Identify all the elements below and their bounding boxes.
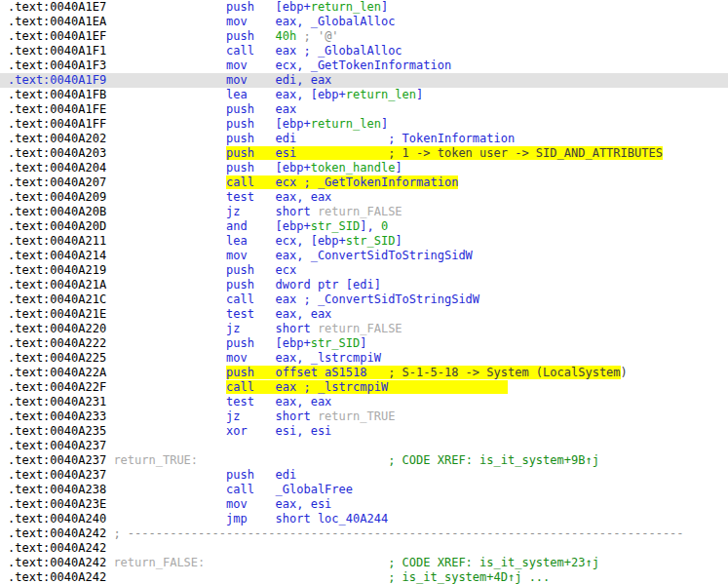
code-text: lea ecx, [ebp+ [226, 234, 346, 248]
address-label: .text:0040A207 [8, 175, 226, 189]
disasm-row[interactable]: .text:0040A1FE push eax [0, 102, 728, 117]
code-text: jz short [226, 322, 318, 335]
address-label: .text:0040A21C [8, 292, 226, 306]
address-label: .text:0040A203 [8, 146, 226, 160]
code-text: mov eax, esi [226, 497, 331, 511]
address-label: .text:0040A225 [8, 351, 226, 365]
disasm-row[interactable]: .text:0040A21E test eax, eax [0, 307, 728, 322]
address-label: .text:0040A1EA [8, 15, 226, 28]
disasm-row[interactable]: .text:0040A209 test eax, eax [0, 190, 728, 205]
disasm-row[interactable]: .text:0040A242 ; -----------------------… [0, 526, 728, 541]
disasm-row[interactable]: .text:0040A21A push dword ptr [edi] [0, 278, 728, 292]
code-text: mov eax, _GlobalAlloc [226, 15, 395, 28]
disasm-row[interactable]: .text:0040A238 call _GlobalFree [0, 483, 728, 497]
disasm-row[interactable]: .text:0040A23E mov eax, esi [0, 497, 728, 512]
disasm-row[interactable]: .text:0040A20D and [ebp+str_SID], 0 [0, 219, 728, 234]
code-text: test eax, eax [226, 307, 331, 321]
code-text: push edi [226, 132, 388, 145]
address-label: .text:0040A1F9 [8, 73, 226, 87]
local-var-name: return_len [311, 0, 381, 14]
address-label: .text:0040A22F [8, 380, 226, 394]
code-text: push [ebp+ [226, 0, 311, 14]
disasm-row[interactable]: .text:0040A1F3 mov ecx, _GetTokenInforma… [0, 58, 728, 73]
disasm-row[interactable]: .text:0040A235 xor esi, esi [0, 424, 728, 439]
address-label: .text:0040A204 [8, 161, 226, 175]
disasm-row[interactable]: .text:0040A222 push [ebp+str_SID] [0, 336, 728, 351]
disasm-row[interactable]: .text:0040A242 return_FALSE: ; CODE XREF… [0, 556, 728, 570]
address-label: .text:0040A242 [8, 556, 113, 569]
address-label: .text:0040A233 [8, 409, 226, 423]
disasm-row[interactable]: .text:0040A1FB lea eax, [ebp+return_len] [0, 88, 728, 102]
code-text: push [ebp+ [226, 336, 311, 350]
disasm-row[interactable]: .text:0040A211 lea ecx, [ebp+str_SID] [0, 234, 728, 249]
code-text: push [ebp+ [226, 161, 311, 175]
disasm-row[interactable]: .text:0040A202 push edi ; TokenInformati… [0, 132, 728, 146]
local-var-name: 40h [276, 29, 297, 43]
code-text: ] [395, 234, 402, 248]
local-var-name: str_SID [311, 219, 361, 233]
address-label: .text:0040A1E7 [8, 0, 226, 14]
code-text: mov eax, _ConvertSidToStringSidW [226, 249, 473, 262]
code-text: push offset aS1518 [226, 366, 388, 379]
address-label: .text:0040A240 [8, 512, 226, 526]
code-text: push dword ptr [edi] [226, 278, 381, 292]
disasm-row[interactable]: .text:0040A242 [0, 541, 728, 556]
address-label [198, 453, 388, 467]
address-label: .text:0040A219 [8, 263, 226, 277]
code-text: call ecx ; _GetTokenInformation [226, 175, 458, 189]
disasm-row[interactable]: .text:0040A214 mov eax, _ConvertSidToStr… [0, 249, 728, 263]
address-label: .text:0040A1FB [8, 88, 226, 101]
local-var-name: token_handle [311, 161, 396, 175]
disasm-row[interactable]: .text:0040A22A push offset aS1518 ; S-1-… [0, 366, 728, 380]
disasm-row[interactable]: .text:0040A237 return_TRUE: ; CODE XREF:… [0, 453, 728, 468]
disasm-row[interactable]: .text:0040A242 ; is_it_system+4D↑j ... [0, 570, 728, 584]
code-text: ] [381, 117, 388, 131]
code-text: ], [360, 219, 381, 233]
code-text: test eax, eax [226, 395, 331, 409]
disasm-row[interactable]: .text:0040A21C call eax ; _ConvertSidToS… [0, 292, 728, 307]
disasm-row[interactable]: .text:0040A1EF push 40h ; '@' [0, 29, 728, 44]
disasm-row[interactable]: .text:0040A22F call eax ; _lstrcmpiW [0, 380, 728, 395]
code-text: push ecx [226, 263, 296, 277]
disasm-row[interactable]: .text:0040A20B jz short return_FALSE [0, 205, 728, 219]
disasm-row[interactable]: .text:0040A1E7 push [ebp+return_len] [0, 0, 728, 15]
comment-text: ; S-1-5-18 -> System (LocalSystem [388, 366, 620, 379]
disasm-row[interactable]: .text:0040A203 push esi ; 1 -> token use… [0, 146, 728, 161]
disasm-row[interactable]: .text:0040A225 mov eax, _lstrcmpiW [0, 351, 728, 366]
disasm-row[interactable]: .text:0040A237 push edi [0, 468, 728, 483]
disasm-row[interactable]: .text:0040A240 jmp short loc_40A244 [0, 512, 728, 526]
disasm-row[interactable]: .text:0040A204 push [ebp+token_handle] [0, 161, 728, 175]
code-text: jmp short loc_40A244 [226, 512, 388, 526]
disasm-row[interactable]: .text:0040A220 jz short return_FALSE [0, 322, 728, 336]
address-label: .text:0040A1F1 [8, 44, 226, 58]
code-text: push [ebp+ [226, 117, 311, 131]
address-label: .text:0040A23E [8, 497, 226, 511]
code-text: call eax ; _lstrcmpiW [226, 380, 508, 394]
code-text: lea eax, [ebp+ [226, 88, 346, 101]
address-label: .text:0040A20B [8, 205, 226, 218]
address-label: .text:0040A242 [8, 526, 113, 540]
disasm-row[interactable]: .text:0040A233 jz short return_TRUE [0, 409, 728, 424]
label-name: return_FALSE [318, 205, 402, 218]
code-text: call eax ; _GlobalAlloc [226, 44, 402, 58]
disasm-row[interactable]: .text:0040A219 push ecx [0, 263, 728, 278]
code-text: call _GlobalFree [226, 483, 353, 496]
disasm-row[interactable]: .text:0040A207 call ecx ; _GetTokenInfor… [0, 175, 728, 190]
address-label: .text:0040A1FF [8, 117, 226, 131]
disasm-row-selected[interactable]: .text:0040A1F9 mov edi, eax [0, 73, 728, 88]
comment-text: ; --------------------------------------… [113, 526, 683, 540]
disasm-row[interactable]: .text:0040A1F1 call eax ; _GlobalAlloc [0, 44, 728, 58]
code-text: push [226, 29, 276, 43]
code-text: ] [395, 161, 402, 175]
address-label: .text:0040A1EF [8, 29, 226, 43]
address-label: .text:0040A237 [8, 439, 106, 452]
disasm-row[interactable]: .text:0040A1EA mov eax, _GlobalAlloc [0, 15, 728, 29]
address-label: .text:0040A202 [8, 132, 226, 145]
disasm-row[interactable]: .text:0040A231 test eax, eax [0, 395, 728, 409]
disasm-row[interactable]: .text:0040A1FF push [ebp+return_len] [0, 117, 728, 132]
disasm-row[interactable]: .text:0040A237 [0, 439, 728, 453]
comment-text: ) [621, 366, 628, 379]
xref-comment: ; CODE XREF: is_it_system+9B↑j [388, 453, 599, 467]
comment-text: ; '@' [296, 29, 338, 43]
code-text: ] [381, 0, 388, 14]
